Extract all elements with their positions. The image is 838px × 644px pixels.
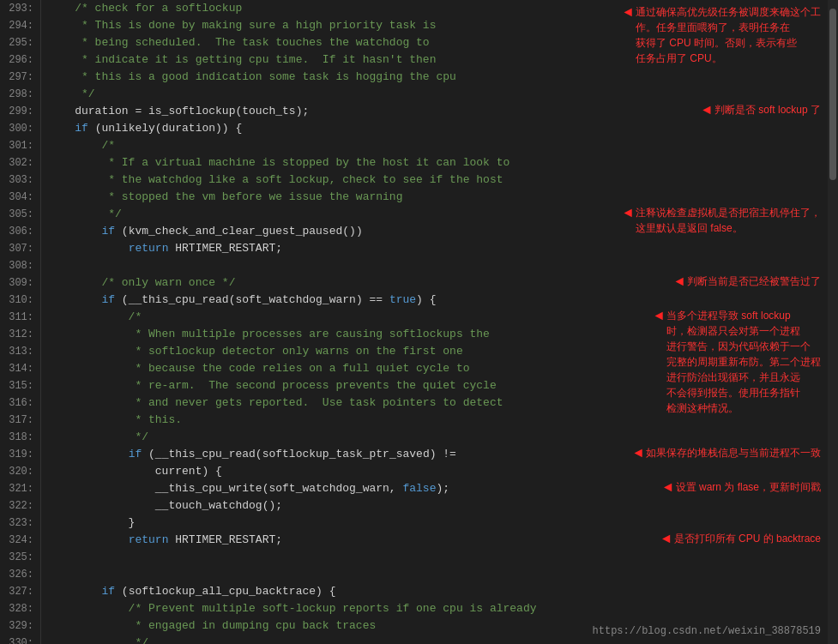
annotation-arrow: ◄	[664, 480, 672, 496]
line-number: 315:	[3, 377, 33, 394]
line-number: 312:	[3, 326, 33, 343]
scrollbar-thumb[interactable]	[829, 9, 836, 180]
line-number: 293:	[3, 0, 33, 17]
annotation-3: ◄判断当前是否已经被警告过了	[675, 274, 821, 290]
code-token: }	[48, 516, 135, 529]
code-token: * and never gets reported. Use task poin…	[48, 396, 503, 409]
line-number: 322:	[3, 497, 33, 515]
code-line	[48, 257, 828, 274]
line-number: 325:	[3, 549, 33, 566]
code-token	[48, 122, 75, 135]
line-number: 306:	[3, 223, 33, 240]
code-token: (__this_cpu_read(soft_watchdog_warn) ==	[115, 293, 389, 306]
code-token: (softlockup_all_cpu_backtrace) {	[115, 585, 335, 598]
annotation-arrow: ◄	[675, 274, 684, 290]
line-number: 309:	[3, 274, 33, 292]
line-number: 311:	[3, 309, 33, 326]
line-number: 328:	[3, 600, 33, 617]
annotation-7: ◄是否打印所有 CPU 的 backtrace	[662, 531, 821, 547]
annotation-text: 设置 warn 为 flase，更新时间戳	[676, 479, 821, 495]
code-token: if	[129, 448, 142, 460]
line-number: 316:	[3, 394, 33, 412]
editor-container: 293:294:295:296:297:298:299:300:301:302:…	[0, 0, 838, 644]
code-token: if	[101, 293, 115, 306]
line-number: 317:	[3, 412, 33, 429]
annotation-5: ◄如果保存的堆栈信息与当前进程不一致	[634, 445, 821, 461]
annotation-arrow: ◄	[702, 103, 711, 118]
line-number: 330:	[3, 635, 33, 644]
line-number: 329:	[3, 617, 33, 635]
code-token: if	[75, 122, 88, 135]
code-token	[48, 242, 129, 255]
code-token: ) {	[416, 293, 436, 306]
code-line: }	[48, 515, 828, 532]
line-number: 324:	[3, 532, 33, 549]
line-number: 307:	[3, 240, 33, 257]
code-line: * If a virtual machine is stopped by the…	[48, 154, 828, 172]
line-number: 296:	[3, 51, 33, 69]
code-token: */	[48, 430, 148, 443]
code-token	[48, 448, 129, 460]
code-token: (__this_cpu_read(softlockup_task_ptr_sav…	[142, 448, 456, 460]
line-number: 304:	[3, 189, 33, 206]
code-line	[48, 566, 828, 583]
line-number: 300:	[3, 120, 33, 137]
code-token: * because the code relies on a full quie…	[48, 362, 469, 375]
code-line: /* Prevent multiple soft-lockup reports …	[48, 600, 828, 617]
line-number: 294:	[3, 17, 33, 34]
code-token: */	[48, 636, 148, 644]
code-token: * softlockup detector only warns on the …	[48, 345, 463, 358]
line-number: 299:	[3, 103, 33, 120]
code-token: return	[129, 242, 169, 255]
code-token: * stopped the vm before we issue the war…	[48, 190, 402, 203]
line-number: 321:	[3, 480, 33, 497]
watermark: https://blog.csdn.net/weixin_38878519	[593, 625, 821, 637]
annotation-6: ◄设置 warn 为 flase，更新时间戳	[664, 479, 821, 496]
code-token: if	[101, 585, 115, 598]
code-token: );	[436, 482, 449, 495]
line-number: 298:	[3, 86, 33, 103]
code-token: /*	[48, 139, 115, 152]
code-token: * engaged in dumping cpu back traces	[48, 619, 376, 632]
code-token: * This is done by making sure a high pri…	[48, 19, 436, 32]
code-token: current) {	[48, 465, 222, 478]
line-number: 320:	[3, 463, 33, 480]
code-token: * this.	[48, 413, 182, 426]
line-number: 313:	[3, 343, 33, 360]
code-line: current) {	[48, 463, 828, 480]
code-token	[48, 225, 101, 238]
annotation-1: ◄判断是否 soft lockup 了	[702, 102, 821, 118]
code-line: * this is a good indication some task is…	[48, 69, 828, 86]
annotation-text: 如果保存的堆栈信息与当前进程不一致	[646, 445, 821, 460]
code-line: return HRTIMER_RESTART;	[48, 240, 828, 257]
annotation-text: 判断当前是否已经被警告过了	[687, 274, 821, 289]
code-token	[48, 293, 101, 306]
code-token: * this is a good indication some task is…	[48, 70, 456, 83]
line-number: 314:	[3, 360, 33, 377]
annotation-arrow: ◄	[634, 446, 642, 461]
code-line	[48, 549, 828, 566]
code-line: */	[48, 429, 828, 446]
annotation-text: 是否打印所有 CPU 的 backtrace	[674, 531, 821, 546]
code-token: * re-arm. The second process prevents th…	[48, 379, 497, 392]
code-token: * When multiple processes are causing so…	[48, 328, 490, 340]
code-token: HRTIMER_RESTART;	[168, 242, 282, 255]
line-number: 323:	[3, 515, 33, 532]
code-line: * stopped the vm before we issue the war…	[48, 189, 828, 206]
scrollbar[interactable]	[828, 0, 838, 644]
code-line: if (softlockup_all_cpu_backtrace) {	[48, 583, 828, 600]
code-token: /* only warn once */	[48, 276, 235, 289]
annotation-text: 注释说检查虚拟机是否把宿主机停住了， 这里默认是返回 false。	[636, 205, 821, 236]
code-token	[48, 533, 129, 546]
line-number: 310:	[3, 292, 33, 309]
line-number: 308:	[3, 257, 33, 274]
code-line: * the watchdog like a soft lockup, check…	[48, 172, 828, 189]
code-token: */	[48, 208, 122, 220]
annotation-arrow: ◄	[624, 5, 632, 21]
code-line: if (__this_cpu_read(soft_watchdog_warn) …	[48, 292, 828, 309]
code-token: (unlikely(duration)) {	[88, 122, 242, 135]
code-line: */	[48, 86, 828, 103]
code-token: * the watchdog like a soft lockup, check…	[48, 173, 503, 186]
line-number: 295:	[3, 34, 33, 51]
line-number: 326:	[3, 566, 33, 583]
